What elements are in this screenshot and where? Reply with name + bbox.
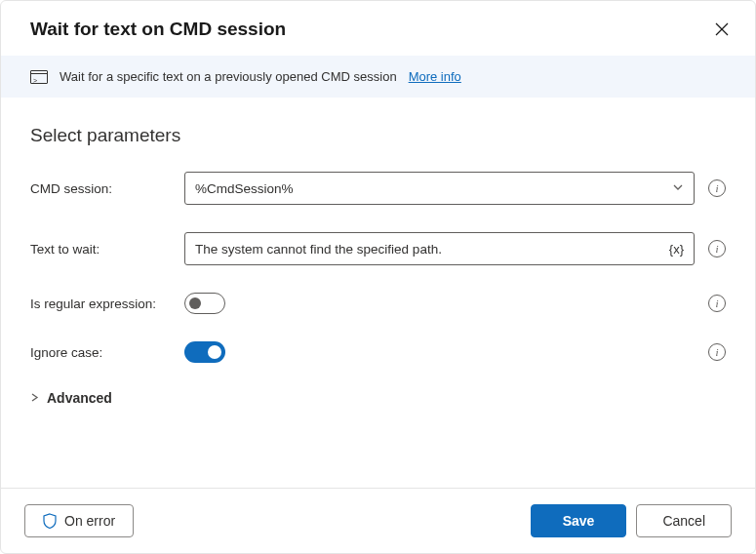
dialog-title: Wait for text on CMD session (30, 19, 286, 40)
shield-icon (43, 513, 57, 529)
on-error-button[interactable]: On error (24, 504, 134, 537)
info-icon-ignore-case[interactable]: i (708, 343, 726, 361)
advanced-label: Advanced (47, 390, 112, 406)
is-regex-toggle[interactable] (184, 293, 225, 314)
ignore-case-toggle[interactable] (184, 341, 225, 363)
text-to-wait-field[interactable]: {x} (184, 232, 695, 265)
variable-picker-button[interactable]: {x} (669, 242, 684, 257)
chevron-right-icon (30, 392, 39, 404)
save-label: Save (563, 513, 595, 529)
text-to-wait-input[interactable] (195, 242, 661, 257)
close-button[interactable] (712, 20, 732, 39)
more-info-link[interactable]: More info (409, 69, 461, 84)
section-title: Select parameters (30, 125, 726, 146)
dialog-footer: On error Save Cancel (1, 488, 755, 553)
row-is-regex: Is regular expression: i (30, 293, 726, 314)
on-error-label: On error (64, 513, 115, 529)
content-area: Select parameters CMD session: %CmdSessi… (1, 98, 755, 488)
info-icon-cmd-session[interactable]: i (708, 179, 726, 197)
info-icon-text-to-wait[interactable]: i (708, 240, 726, 257)
label-is-regex: Is regular expression: (30, 297, 184, 311)
label-cmd-session: CMD session: (30, 181, 184, 196)
banner-text: Wait for a specific text on a previously… (60, 69, 397, 84)
chevron-down-icon (672, 181, 684, 196)
cancel-button[interactable]: Cancel (636, 504, 732, 537)
close-icon (715, 22, 729, 36)
row-text-to-wait: Text to wait: {x} i (30, 232, 726, 265)
cmd-session-value: %CmdSession% (195, 181, 294, 196)
dialog-header: Wait for text on CMD session (1, 1, 755, 56)
cancel-label: Cancel (662, 513, 705, 529)
save-button[interactable]: Save (531, 504, 627, 537)
row-cmd-session: CMD session: %CmdSession% i (30, 172, 726, 205)
label-ignore-case: Ignore case: (30, 345, 184, 360)
cmd-session-select[interactable]: %CmdSession% (184, 172, 695, 205)
label-text-to-wait: Text to wait: (30, 242, 184, 257)
info-banner: Wait for a specific text on a previously… (1, 56, 755, 98)
info-icon-is-regex[interactable]: i (708, 295, 726, 312)
cmd-icon (30, 70, 48, 84)
advanced-toggle[interactable]: Advanced (30, 390, 726, 406)
row-ignore-case: Ignore case: i (30, 341, 726, 363)
